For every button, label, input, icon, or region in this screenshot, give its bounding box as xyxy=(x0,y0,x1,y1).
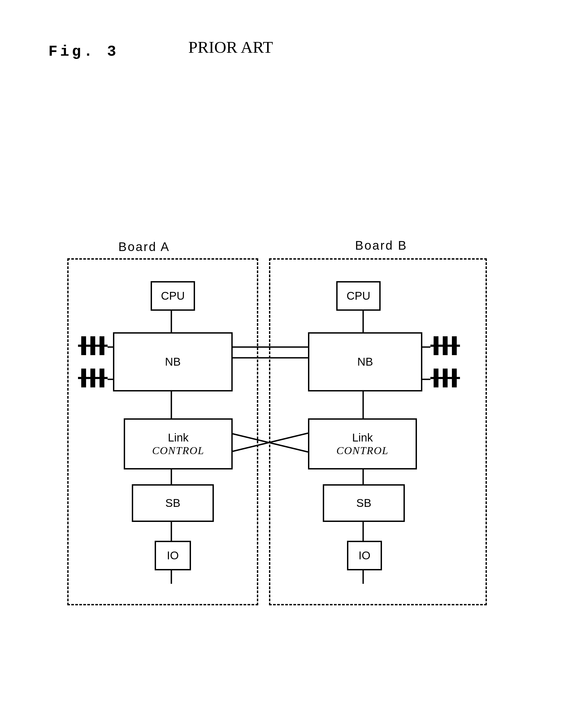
board-b-io: IO xyxy=(347,541,382,570)
page: Fig. 3 PRIOR ART Board A Board B xyxy=(0,0,563,728)
board-a-io-label: IO xyxy=(167,549,179,562)
board-a-io: IO xyxy=(155,541,191,570)
board-b-link-label: Link xyxy=(352,431,373,444)
board-a-nb: NB xyxy=(113,332,233,391)
board-b-io-label: IO xyxy=(359,549,370,562)
memory-icon xyxy=(430,366,460,390)
board-a-sb-label: SB xyxy=(165,497,180,510)
board-a-sb: SB xyxy=(132,484,214,522)
figure-label: Fig. 3 xyxy=(48,43,119,60)
board-a-title: Board A xyxy=(118,239,170,254)
board-a-cpu: CPU xyxy=(151,281,195,311)
board-a-link-control: Link CONTROL xyxy=(124,418,233,469)
board-b-title: Board B xyxy=(355,238,407,253)
memory-icon xyxy=(78,366,108,390)
prior-art-label: PRIOR ART xyxy=(188,38,273,57)
memory-icon xyxy=(430,334,460,358)
board-b-nb: NB xyxy=(308,332,422,391)
board-b-control-label: CONTROL xyxy=(336,444,388,457)
board-b-link-control: Link CONTROL xyxy=(308,418,417,469)
board-a-nb-label: NB xyxy=(165,355,180,368)
board-b-cpu-label: CPU xyxy=(346,289,370,302)
board-a-cpu-label: CPU xyxy=(161,289,185,302)
board-b-cpu: CPU xyxy=(336,281,381,311)
board-a-link-label: Link xyxy=(168,431,189,444)
board-b-nb-label: NB xyxy=(357,355,373,368)
board-a-control-label: CONTROL xyxy=(152,444,204,457)
board-b-sb-label: SB xyxy=(356,497,371,510)
board-b-sb: SB xyxy=(323,484,405,522)
memory-icon xyxy=(78,334,108,358)
